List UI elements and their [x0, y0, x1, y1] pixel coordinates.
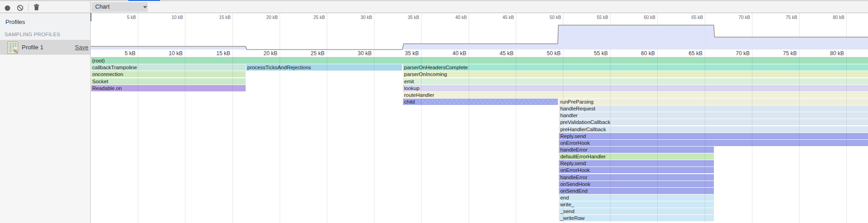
svg-text:%: % [14, 49, 18, 54]
